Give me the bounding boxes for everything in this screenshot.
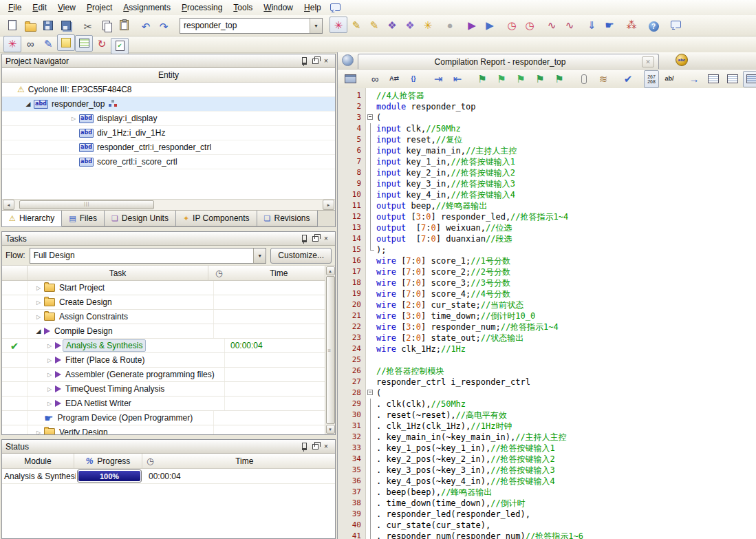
line-number[interactable]: 17 <box>338 266 365 277</box>
technology-viewer-icon[interactable]: ∿ <box>561 17 579 33</box>
close-icon[interactable]: × <box>321 234 332 244</box>
attach-paperclip-icon[interactable] <box>575 71 593 87</box>
close-icon[interactable]: × <box>321 56 332 66</box>
expand-arrow-icon[interactable]: ▷ <box>44 372 55 378</box>
rtl-viewer-icon[interactable]: ∿ <box>543 17 561 33</box>
entity-combobox[interactable]: responder_top ▼ <box>180 18 323 34</box>
expand-arrow-icon[interactable]: ▷ <box>33 314 44 320</box>
macro-scroll-icon[interactable]: ≋ <box>594 71 612 87</box>
line-number[interactable]: 18 <box>338 277 365 288</box>
copy-icon[interactable] <box>97 17 115 34</box>
line-number[interactable]: 15 <box>338 244 365 255</box>
tree-item-responder-top[interactable]: ◢abdresponder_top <box>2 97 335 112</box>
bookmark-delete-icon[interactable]: ⚑ <box>531 71 549 87</box>
line-number[interactable]: 22 <box>338 321 365 332</box>
navigator-hscrollbar[interactable]: ◂ ▸ <box>2 199 335 210</box>
menu-edit[interactable]: Edit <box>27 1 52 14</box>
task-row-compile-design[interactable]: ◢Compile Design <box>2 324 335 339</box>
task-row-start-project[interactable]: ▷Start Project <box>2 281 335 295</box>
edit-note-icon[interactable]: ✎ <box>39 36 57 52</box>
progress-column-header[interactable]: % Progress <box>74 454 142 468</box>
menu-assignments[interactable]: Assignments <box>118 1 176 14</box>
pin-icon[interactable] <box>299 56 310 66</box>
line-number[interactable]: 33 <box>338 443 365 454</box>
line-number[interactable]: 3 <box>338 112 365 123</box>
scroll-left-arrow[interactable]: ◂ <box>3 200 14 210</box>
list-panel-icon[interactable] <box>75 35 93 52</box>
task-row-assembler-generate-programming-files[interactable]: ▷Assembler (Generate programming files) <box>2 368 335 382</box>
assignment-editor-icon[interactable]: ✎ <box>347 17 365 33</box>
find-binoculars-icon[interactable]: ∞ <box>366 71 384 87</box>
menu-tools[interactable]: Tools <box>228 1 258 14</box>
help-icon[interactable]: ? <box>645 18 662 34</box>
tree-item-div-1hz-i-div-1hz[interactable]: abddiv_1Hz:i_div_1Hz <box>2 126 335 140</box>
tree-item-responder-ctrl-i-responder-ctrl[interactable]: abdresponder_ctrl:i_responder_ctrl <box>2 140 335 155</box>
menu-view[interactable]: View <box>52 1 81 14</box>
tab-design-units[interactable]: ❏Design Units <box>105 211 176 226</box>
feedback-bubble-icon[interactable] <box>327 0 345 16</box>
line-number[interactable]: 35 <box>338 465 365 476</box>
scroll-right-arrow[interactable]: ▸ <box>323 200 334 210</box>
hscroll-thumb[interactable] <box>19 200 154 209</box>
time-column-header[interactable]: ◷ Time <box>142 454 335 468</box>
tab-files[interactable]: ▤Files <box>62 211 105 226</box>
combine-window-icon[interactable] <box>341 71 359 87</box>
check-note-icon[interactable]: ✔ <box>111 38 129 54</box>
find-replace-icon[interactable]: A⇄ <box>385 71 403 87</box>
customize-button[interactable]: Customize... <box>270 248 332 264</box>
new-file-icon[interactable] <box>3 17 21 33</box>
menu-project[interactable]: Project <box>81 1 118 14</box>
windmill-small-icon[interactable]: ✳ <box>3 36 21 52</box>
line-number[interactable]: 4 <box>338 123 365 134</box>
line-number[interactable]: 10 <box>338 189 365 200</box>
task-row-analysis-synthesis[interactable]: ✔▷Analysis & Synthesis00:00:04 <box>2 339 335 353</box>
combo-dropdown-arrow[interactable]: ▼ <box>253 249 266 263</box>
tab-ip-components[interactable]: ✦IP Components <box>176 211 257 226</box>
windmill-yellow-icon[interactable]: ✳ <box>419 17 437 33</box>
line-number[interactable]: 14 <box>338 233 365 244</box>
view-block-3-icon[interactable] <box>743 71 756 87</box>
sticky-note-icon[interactable] <box>57 34 75 51</box>
bookmark-prev-icon[interactable]: ⚑ <box>512 71 530 87</box>
open-file-icon[interactable] <box>21 18 39 34</box>
line-number[interactable]: 34 <box>338 454 365 465</box>
feedback-bubble-icon[interactable] <box>667 17 684 33</box>
line-number[interactable]: 5 <box>338 134 365 145</box>
close-tab-icon[interactable]: ✕ <box>642 56 654 67</box>
fold-collapse-icon[interactable] <box>365 112 376 123</box>
time-column-header[interactable]: ◷ Time <box>208 266 335 280</box>
line-number[interactable]: 29 <box>338 399 365 410</box>
task-row-eda-netlist-writer[interactable]: ▷EDA Netlist Writer <box>2 397 335 411</box>
line-number[interactable]: 7 <box>338 156 365 167</box>
bookmark-next-icon[interactable]: ⚑ <box>493 71 510 87</box>
task-row-verify-design[interactable]: ▷Verify Design <box>2 425 335 434</box>
line-number[interactable]: 13 <box>338 222 365 233</box>
line-number[interactable]: 37 <box>338 487 365 498</box>
line-number[interactable]: 24 <box>338 344 365 355</box>
view-block-1-icon[interactable] <box>704 71 722 87</box>
pin-planner-icon[interactable]: ✎ <box>365 17 383 33</box>
vscroll-thumb[interactable] <box>326 276 335 424</box>
expand-arrow-icon[interactable]: ▷ <box>33 299 44 306</box>
line-number[interactable]: 1 <box>338 90 365 101</box>
menu-processing[interactable]: Processing <box>176 1 228 14</box>
line-number[interactable]: 40 <box>338 520 365 531</box>
line-number[interactable]: 23 <box>338 332 365 344</box>
expand-arrow-icon[interactable]: ▷ <box>33 430 44 435</box>
design-hierarchy-icon[interactable]: ⁂ <box>623 17 640 33</box>
combo-dropdown-arrow[interactable]: ▼ <box>310 19 322 33</box>
line-count-icon[interactable]: 267268 <box>644 70 659 88</box>
device-stamp-icon[interactable]: ❖ <box>383 17 401 33</box>
save-all-icon[interactable] <box>57 17 75 34</box>
expand-arrow-icon[interactable]: ▷ <box>44 357 55 363</box>
line-number[interactable]: 11 <box>338 200 365 211</box>
syntax-check-icon[interactable]: ✔ <box>619 71 637 87</box>
float-icon[interactable] <box>310 234 321 244</box>
task-row-assign-constraints[interactable]: ▷Assign Constraints <box>2 310 335 324</box>
menu-help[interactable]: Help <box>299 1 327 14</box>
line-number[interactable]: 9 <box>338 178 365 189</box>
tab-compilation-report[interactable]: Compilation Report - responder_top ✕ <box>358 54 659 69</box>
expand-arrow-icon[interactable]: ▷ <box>44 401 55 407</box>
line-number[interactable]: 6 <box>338 145 365 156</box>
line-number[interactable]: 19 <box>338 288 365 299</box>
